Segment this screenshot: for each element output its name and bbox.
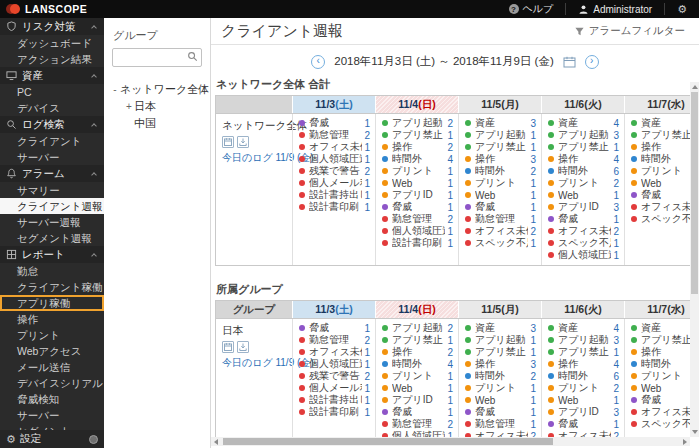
vertical-scroll-thumb[interactable] (691, 92, 698, 294)
alarm-count: 3 (611, 202, 619, 213)
sidebar-item[interactable]: メール送信 (0, 359, 104, 375)
alarm-entry: プリント2 (542, 382, 624, 394)
alarm-dot-orange (631, 373, 637, 379)
sidebar-section-header[interactable]: レポート (0, 246, 104, 263)
export-icon[interactable] (237, 136, 249, 148)
day-header-cell: 11/7(水) (624, 301, 699, 318)
alarm-dot-blue (465, 168, 471, 174)
tree-item[interactable]: 中国 (104, 115, 210, 132)
alarm-count: 2 (445, 214, 453, 225)
alarm-dot-red (382, 240, 388, 246)
tree-expander[interactable]: - (110, 84, 120, 95)
sidebar-item[interactable]: 操作 (0, 311, 104, 327)
alarm-count: 1 (362, 178, 370, 189)
calendar-icon[interactable] (563, 56, 576, 68)
next-week-button[interactable]: › (585, 55, 599, 69)
user-label: Administrator (593, 4, 652, 15)
alarm-entry: プリント1 (376, 165, 458, 177)
tree-item[interactable]: +日本 (104, 98, 210, 115)
alarm-count: 1 (445, 166, 453, 177)
alarm-label: スペック不足 (475, 236, 528, 250)
day-header-weekday: (日) (418, 303, 436, 315)
alarm-count: 2 (445, 419, 453, 430)
alarm-dot-green (382, 120, 388, 126)
settings-gear-button[interactable]: ⚙ (665, 0, 699, 18)
previous-week-button[interactable]: ‹ (311, 55, 325, 69)
alarm-count: 1 (445, 190, 453, 201)
sidebar-item[interactable]: デバイス (0, 100, 104, 116)
sidebar-item[interactable]: デバイスシリアル (0, 375, 104, 391)
alarm-dot-blue (631, 361, 637, 367)
sidebar-item[interactable]: サーバー (0, 149, 104, 165)
alarm-dot-red (465, 228, 471, 234)
sidebar-item[interactable]: 勤怠 (0, 263, 104, 279)
alarm-count: 1 (611, 395, 619, 406)
alarm-dot-orange (465, 156, 471, 162)
day-header-date: 11/3 (315, 303, 335, 315)
day-cell: 資産4アプリ起動3アプリ禁止1操作4時間外6プリント2Web1アプリID3脅威1… (541, 114, 624, 265)
day-header-cell: 11/3(土) (292, 301, 375, 318)
alarm-dot-green (631, 120, 637, 126)
horizontal-scrollbar[interactable] (211, 437, 690, 446)
scroll-right-arrow[interactable] (683, 439, 687, 445)
log-icon[interactable] (222, 341, 234, 353)
sidebar-item[interactable]: クライアント稼働 (0, 279, 104, 295)
sidebar-item[interactable]: サマリー (0, 182, 104, 198)
page-title: クライアント週報 (221, 22, 343, 41)
scroll-down-arrow[interactable] (692, 430, 698, 434)
row-mini-icons (222, 136, 288, 148)
alarm-count: 1 (362, 190, 370, 201)
sidebar-item[interactable]: セグメント週報 (0, 230, 104, 246)
sidebar-item[interactable]: 脅威検知 (0, 391, 104, 407)
search-icon[interactable] (187, 51, 198, 62)
alarm-label: Web (475, 190, 528, 201)
sidebar-section-header[interactable]: アラーム (0, 165, 104, 182)
day-header-cell: 11/5(月) (458, 96, 541, 113)
alarm-count: 2 (611, 226, 619, 237)
sidebar-item[interactable]: アクション結果 (0, 51, 104, 67)
tree-item[interactable]: -ネットワーク全体 (104, 81, 210, 98)
today-log-link[interactable]: 今日のログ 11/9 (金) (222, 151, 288, 165)
alarm-count: 2 (362, 371, 370, 382)
horizontal-scroll-thumb[interactable] (223, 438, 553, 445)
alarm-count: 4 (611, 359, 619, 370)
alarm-label: 個人領域圧迫 (558, 248, 611, 262)
sidebar-item[interactable]: プリント (0, 327, 104, 343)
user-menu-button[interactable]: Administrator (566, 0, 664, 18)
sidebar-item[interactable]: Webアクセス (0, 343, 104, 359)
alarm-count: 2 (362, 166, 370, 177)
alarm-dot-green (382, 337, 388, 343)
day-header-weekday: (日) (418, 98, 436, 110)
alarm-entry: プリント1 (459, 382, 541, 394)
sidebar-section-header[interactable]: リスク対策 (0, 18, 104, 35)
sidebar-item-settings[interactable]: ⚙ 設定 (0, 430, 104, 448)
vertical-scrollbar[interactable] (690, 82, 699, 437)
sidebar-item[interactable]: クライアント (0, 133, 104, 149)
sidebar-item[interactable]: アプリ稼働 (0, 295, 104, 311)
scroll-left-arrow[interactable] (214, 439, 218, 445)
scroll-up-arrow[interactable] (692, 85, 698, 89)
tree-expander[interactable]: + (124, 101, 134, 112)
alarm-dot-orange (631, 180, 637, 186)
alarm-count: 1 (528, 407, 536, 418)
row-label-cell: ネットワーク全体今日のログ 11/9 (金) (216, 114, 292, 265)
sidebar-item[interactable]: サーバー (0, 407, 104, 423)
sidebar-section-header[interactable]: 資産 (0, 67, 104, 84)
sidebar-item[interactable]: PC (0, 84, 104, 100)
day-cell: 脅威1勤怠管理2オフィス未使用1個人領域圧迫1残業で警告2個人メール利用1設計書… (292, 319, 375, 441)
alarm-filter-button[interactable]: アラームフィルター (574, 24, 685, 38)
sidebar-section-header[interactable]: ログ検索 (0, 116, 104, 133)
sidebar-item[interactable]: クライアント週報 (0, 198, 104, 214)
export-icon[interactable] (237, 341, 249, 353)
table-body-row: ネットワーク全体今日のログ 11/9 (金)脅威1勤怠管理2オフィス未使用1個人… (216, 114, 699, 265)
log-icon[interactable] (222, 136, 234, 148)
sidebar-item[interactable]: サーバー週報 (0, 214, 104, 230)
today-log-link[interactable]: 今日のログ 11/9 (金) (222, 356, 288, 370)
chevron-up-icon (91, 172, 97, 178)
alarm-dot-green (548, 132, 554, 138)
help-button[interactable]: ? ヘルプ (497, 0, 566, 18)
alarm-count: 1 (528, 178, 536, 189)
sidebar-item[interactable]: ダッシュボード (0, 35, 104, 51)
monitor-icon (6, 70, 19, 81)
alarm-dot-orange (631, 168, 637, 174)
